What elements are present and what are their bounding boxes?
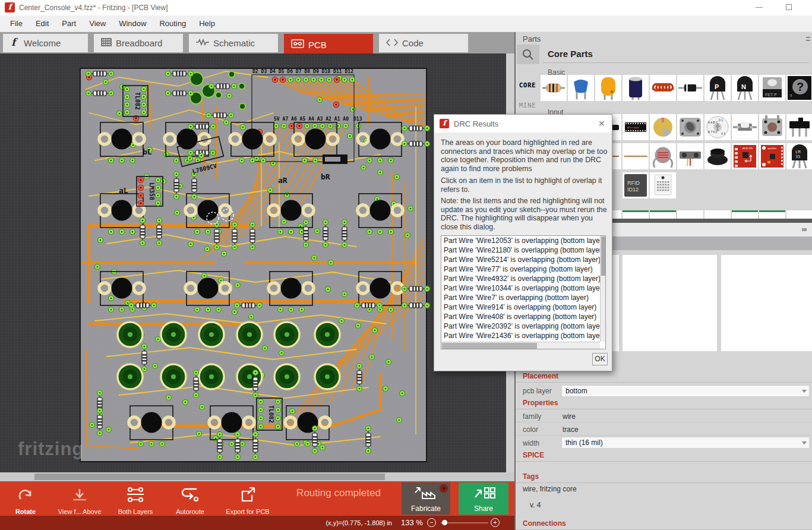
rotate-button[interactable]: Rotate [8,487,43,515]
view-tab-bar: fWelcomeBreadboardSchematicPCBCode [0,32,514,53]
part-cap-blue[interactable] [568,75,594,101]
part-resistor[interactable] [541,75,567,101]
part-digital-pot[interactable]: ADxxx digital [623,114,649,140]
part-rotary-dip[interactable]: 9 A B C8 7 6 50 14 3 [704,114,731,140]
dialog-close-icon[interactable]: ✕ [598,119,605,128]
drc-ok-button[interactable]: OK [592,353,608,365]
part-photoresistor[interactable] [650,143,676,169]
drc-results-list[interactable]: Part Wire 'Wire12053' is overlapping (bo… [441,235,606,349]
menu-help[interactable]: Help [192,15,222,32]
part-slide-switch-white[interactable] [732,114,758,140]
part-lm35[interactable]: LM35 [786,143,812,169]
part-row-clipped[interactable] [677,210,703,219]
tab-welcome[interactable]: fWelcome [3,34,88,52]
autoroute-button[interactable]: Autoroute [171,486,209,515]
drc-list-item[interactable]: Part Wire 'Wire5214' is overlapping (bot… [441,255,605,264]
menu-routing[interactable]: Routing [153,15,192,32]
both-layers-button[interactable]: Both Layers [114,486,157,515]
fritzing-logo-icon: f [10,37,20,49]
part-distance-sensor[interactable] [677,143,703,169]
canvas-horizontal-scrollbar[interactable] [0,472,514,481]
color-label: color [523,425,538,434]
menu-edit[interactable]: Edit [29,15,55,32]
part-fet[interactable]: FET P [759,75,785,101]
fritzing-dialog-icon: f [440,119,449,128]
part-row-clipped[interactable] [650,210,676,219]
inspector-pin-icon[interactable] [802,228,807,231]
panel-menu-icon[interactable] [806,37,810,41]
part-transistor-p[interactable]: P [704,75,731,101]
both-layers-icon [125,486,146,504]
drc-list-item[interactable]: Part Wire 'Wire21436' is overlapping (bo… [441,331,605,340]
part-row-clipped[interactable] [704,210,731,219]
maximize-button[interactable] [780,1,798,13]
svg-text:TL082: TL082 [134,92,141,110]
part-row-clipped[interactable] [732,210,758,219]
share-button[interactable]: Share [459,482,508,515]
part-row-clipped[interactable] [759,210,785,219]
part-mystery[interactable]: ?? [786,75,812,101]
svg-text:4 3: 4 3 [721,132,725,135]
width-select[interactable]: thin (16 mil) [561,437,810,449]
drc-list-horizontal-scrollbar[interactable] [441,342,600,349]
part-spark-board[interactable]: sparkfun [759,143,785,169]
status-bar: (x,y)=(0.775, -1.808) in 133 % − + [0,516,514,530]
zoom-level: 133 % [401,518,423,527]
part-cap-orange[interactable]: + [595,75,621,101]
part-trimmer-pot[interactable] [650,114,676,140]
svg-text:P: P [715,83,719,90]
tab-schematic[interactable]: Schematic [189,34,278,52]
fabricate-dropdown[interactable]: ▾ [440,484,448,493]
part-piezo[interactable] [704,143,731,169]
routing-status-text: Routing completed [285,487,392,499]
zoom-out-button[interactable]: − [427,518,436,527]
tab-code[interactable]: Code [379,34,468,52]
drc-list-item[interactable]: Part Wire 'Wire20392' is overlapping (bo… [441,321,605,331]
minimize-button[interactable]: — [750,1,768,13]
parts-search-button[interactable] [517,45,539,64]
zoom-slider-track[interactable] [441,522,488,523]
schematic-preview[interactable] [623,255,717,351]
part-row-clipped[interactable] [623,210,649,219]
drc-list-item[interactable]: Part Wire 'Wire4932' is overlapping (bot… [441,274,605,283]
part-coil[interactable] [650,75,676,101]
zoom-slider-knob[interactable] [442,520,447,525]
drc-list-item[interactable]: Part Wire 'Wire21180' is overlapping (bo… [441,245,605,255]
parts-tab-mine[interactable]: MINE [516,102,539,109]
menu-part[interactable]: Part [55,15,83,32]
tab-pcb[interactable]: PCB [284,34,373,55]
drc-dialog-title-bar[interactable]: f DRC Results ✕ [434,115,612,132]
pcb-layer-select[interactable]: bottom [561,385,810,397]
part-cap-electrolytic[interactable] [623,75,649,101]
drc-list-item[interactable]: Part Wire 'Wire10344' is overlapping (bo… [441,283,605,293]
parts-tab-core[interactable]: CORE [516,81,539,89]
fabricate-button[interactable]: Fabricate ▾ [402,482,450,515]
menu-view[interactable]: View [83,15,112,32]
part-rotary-pot[interactable] [677,114,703,140]
drc-list-item[interactable]: Part Wire 'Wire914' is overlapping (bott… [441,302,605,312]
pcb-preview[interactable] [721,255,812,351]
part-wire-strip[interactable] [623,143,649,169]
drc-list-item[interactable]: Part Wire 'Wire408' is overlapping (bott… [441,312,605,321]
part-pushbutton[interactable] [759,114,785,140]
connections-header: Connections [523,519,566,528]
drc-list-item[interactable]: Part Wire 'Wire12053' is overlapping (bo… [441,236,605,245]
zoom-in-button[interactable]: + [491,518,500,527]
part-rfid[interactable]: RFIDID12 [623,172,649,198]
menu-window[interactable]: Window [112,15,153,32]
tab-breadboard[interactable]: Breadboard [94,34,183,52]
part-transistor-n[interactable]: N [732,75,758,101]
pcb-canvas[interactable]: TL082LM358L7809CVTL082bLaLaRbRD2 D3 D4 D… [0,53,506,472]
view-from-above-button[interactable]: View f... Above [57,487,102,515]
export-for-pcb-button[interactable]: Export for PCB [221,486,274,515]
part-diode[interactable] [677,75,703,101]
pcb-view-svg: TL082LM358L7809CVTL082bLaLaRbRD2 D3 D4 D… [0,53,506,472]
part-slide-switch-black[interactable] [786,114,812,140]
part-dht22[interactable] [650,172,676,198]
drc-list-vertical-scrollbar[interactable] [600,236,606,342]
drc-list-item[interactable]: Part Wire 'Wire77' is overlapping (botto… [441,264,605,274]
drc-list-item[interactable]: Part Wire 'Wire7' is overlapping (bottom… [441,293,605,302]
part-accel-board[interactable]: ADXL335 [732,143,758,169]
part-row-clipped[interactable] [786,210,812,219]
menu-file[interactable]: File [0,15,29,32]
